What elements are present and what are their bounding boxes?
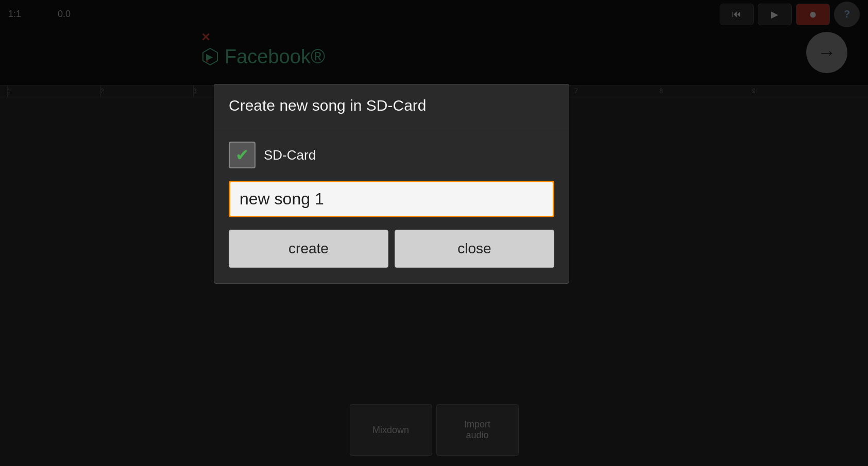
create-button[interactable]: create [229, 230, 388, 268]
sd-card-checkbox-row: ✔ SD-Card [229, 142, 554, 168]
song-name-input[interactable] [229, 181, 554, 217]
close-button[interactable]: close [395, 230, 554, 268]
dialog-button-row: create close [229, 230, 554, 268]
sd-card-checkbox[interactable]: ✔ [229, 142, 256, 168]
checkmark-icon: ✔ [235, 147, 249, 163]
sd-card-label: SD-Card [264, 147, 316, 163]
dialog-divider [214, 129, 569, 129]
dialog-title: Create new song in SD-Card [229, 97, 554, 114]
create-song-dialog: Create new song in SD-Card ✔ SD-Card cre… [214, 84, 569, 284]
